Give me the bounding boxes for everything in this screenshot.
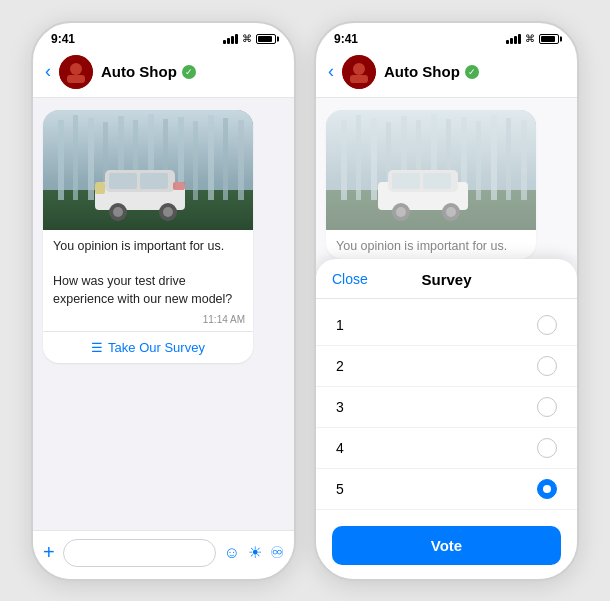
svg-rect-36 xyxy=(386,122,391,200)
nav-title-group-right: Auto Shop ✓ xyxy=(384,63,565,80)
survey-title: Survey xyxy=(389,271,504,288)
svg-rect-5 xyxy=(58,120,64,200)
status-time-right: 9:41 xyxy=(334,32,358,46)
survey-btn-label: Take Our Survey xyxy=(108,340,205,355)
status-icons-right: ⌘ xyxy=(506,33,559,44)
verified-badge-left: ✓ xyxy=(182,65,196,79)
survey-option-4[interactable]: 4 xyxy=(316,428,577,469)
svg-rect-6 xyxy=(73,115,78,200)
survey-button[interactable]: ☰ Take Our Survey xyxy=(43,331,253,363)
avatar-right xyxy=(342,55,376,89)
survey-overlay: Close Survey 1 2 3 4 xyxy=(316,259,577,579)
mic-icon[interactable]: ♾ xyxy=(270,543,284,562)
radio-2[interactable] xyxy=(537,356,557,376)
svg-rect-16 xyxy=(223,118,228,200)
svg-point-50 xyxy=(392,203,410,221)
input-icons-left: ☺ ☀ ♾ xyxy=(224,543,284,562)
svg-rect-35 xyxy=(371,118,377,200)
svg-point-29 xyxy=(353,63,365,75)
back-button-right[interactable]: ‹ xyxy=(328,61,334,82)
vote-button[interactable]: Vote xyxy=(332,526,561,565)
survey-icon: ☰ xyxy=(91,340,103,355)
svg-rect-48 xyxy=(392,173,420,189)
svg-rect-39 xyxy=(431,114,437,200)
svg-rect-46 xyxy=(378,182,468,210)
svg-rect-21 xyxy=(140,173,168,189)
right-phone: 9:41 ⌘ ‹ Au xyxy=(314,21,579,581)
survey-option-2[interactable]: 2 xyxy=(316,346,577,387)
chat-area-left: You opinion is important for us. How was… xyxy=(33,98,294,530)
svg-rect-34 xyxy=(356,115,361,200)
svg-point-25 xyxy=(163,207,173,217)
nav-bar-right: ‹ Auto Shop ✓ xyxy=(316,51,577,98)
radio-5[interactable] xyxy=(537,479,557,499)
bubble-text-content: You opinion is important for us. How was… xyxy=(43,230,253,313)
svg-rect-31 xyxy=(326,110,536,230)
status-icons-left: ⌘ xyxy=(223,33,276,44)
left-phone: 9:41 ⌘ ‹ Au xyxy=(31,21,296,581)
radio-3[interactable] xyxy=(537,397,557,417)
signal-icon xyxy=(223,34,238,44)
svg-rect-33 xyxy=(341,120,347,200)
svg-point-52 xyxy=(442,203,460,221)
message-bubble-right: You opinion is important for us. xyxy=(326,110,536,260)
survey-option-1[interactable]: 1 xyxy=(316,305,577,346)
svg-rect-47 xyxy=(388,170,458,192)
svg-point-23 xyxy=(113,207,123,217)
battery-icon xyxy=(256,34,276,44)
svg-rect-30 xyxy=(350,75,368,83)
survey-option-label-2: 2 xyxy=(336,358,344,374)
survey-options: 1 2 3 4 5 xyxy=(316,299,577,516)
svg-point-53 xyxy=(446,207,456,217)
signal-icon-right xyxy=(506,34,521,44)
radio-4[interactable] xyxy=(537,438,557,458)
bubble-image-left xyxy=(43,110,253,230)
svg-rect-14 xyxy=(193,121,198,200)
bubble-text-dimmed-line1: You opinion is important for us. xyxy=(336,238,526,256)
add-icon[interactable]: + xyxy=(43,541,55,564)
nav-title-right: Auto Shop xyxy=(384,63,460,80)
message-input-left[interactable] xyxy=(63,539,216,567)
radio-dot-5 xyxy=(543,485,551,493)
survey-option-label-1: 1 xyxy=(336,317,344,333)
verified-badge-right: ✓ xyxy=(465,65,479,79)
camera-icon[interactable]: ☀ xyxy=(248,543,262,562)
survey-option-label-5: 5 xyxy=(336,481,344,497)
svg-rect-42 xyxy=(476,121,481,200)
svg-rect-7 xyxy=(88,118,94,200)
battery-icon-right xyxy=(539,34,559,44)
bubble-text-line2: How was your test drive experience with … xyxy=(53,273,243,308)
survey-option-3[interactable]: 3 xyxy=(316,387,577,428)
svg-rect-43 xyxy=(491,115,497,200)
svg-rect-38 xyxy=(416,120,421,200)
svg-rect-20 xyxy=(109,173,137,189)
svg-rect-37 xyxy=(401,116,407,200)
bubble-text-dimmed: You opinion is important for us. xyxy=(326,230,536,260)
svg-rect-44 xyxy=(506,118,511,200)
message-bubble-left: You opinion is important for us. How was… xyxy=(43,110,253,364)
back-button-left[interactable]: ‹ xyxy=(45,61,51,82)
bubble-image-right xyxy=(326,110,536,230)
svg-rect-17 xyxy=(238,120,244,200)
status-bar-right: 9:41 ⌘ xyxy=(316,23,577,51)
input-bar-left: + ☺ ☀ ♾ xyxy=(33,530,294,579)
svg-rect-32 xyxy=(326,190,536,230)
radio-1[interactable] xyxy=(537,315,557,335)
wifi-icon: ⌘ xyxy=(242,33,252,44)
survey-option-5[interactable]: 5 xyxy=(316,469,577,510)
status-bar-left: 9:41 ⌘ xyxy=(33,23,294,51)
nav-title-group-left: Auto Shop ✓ xyxy=(101,63,282,80)
survey-option-label-4: 4 xyxy=(336,440,344,456)
wifi-icon-right: ⌘ xyxy=(525,33,535,44)
sticker-icon[interactable]: ☺ xyxy=(224,544,240,562)
survey-close-button[interactable]: Close xyxy=(332,271,389,287)
bubble-text-line1: You opinion is important for us. xyxy=(53,238,243,256)
svg-rect-26 xyxy=(95,182,105,194)
nav-title-left: Auto Shop xyxy=(101,63,177,80)
status-time-left: 9:41 xyxy=(51,32,75,46)
survey-header: Close Survey xyxy=(316,259,577,299)
survey-option-label-3: 3 xyxy=(336,399,344,415)
svg-rect-15 xyxy=(208,115,214,200)
svg-point-1 xyxy=(70,63,82,75)
svg-point-51 xyxy=(396,207,406,217)
